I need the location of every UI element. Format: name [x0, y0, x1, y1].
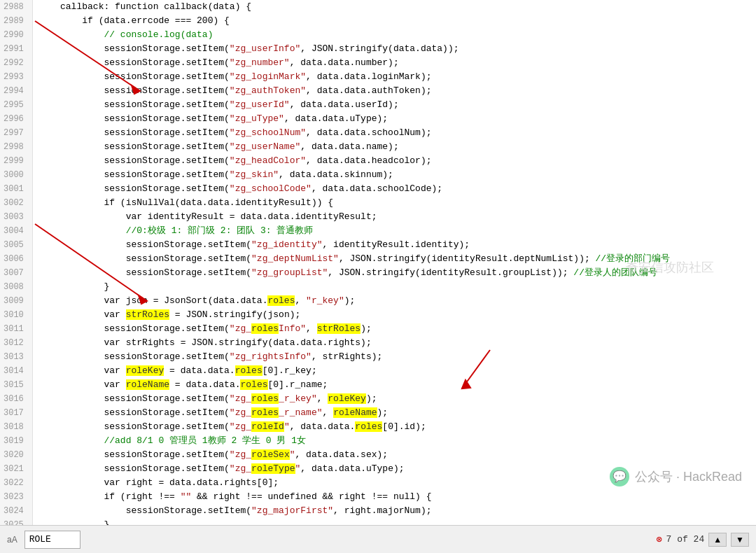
line-number: 2996	[0, 112, 33, 126]
search-input[interactable]	[29, 534, 71, 545]
line-number: 3001	[0, 182, 33, 196]
line-content: sessionStorage.setItem("zg_rightsInfo", …	[33, 350, 756, 364]
code-line: 3014 var roleKey = data.data.roles[0].r_…	[0, 364, 756, 378]
line-number: 2992	[0, 56, 33, 70]
line-content: sessionStorage.setItem("zg_identity", id…	[33, 238, 756, 252]
code-line: 3010 var strRoles = JSON.stringify(json)…	[0, 308, 756, 322]
code-line: 3004 //0:校级 1: 部门级 2: 团队 3: 普通教师	[0, 224, 756, 238]
line-number: 3007	[0, 266, 33, 280]
code-line: 3024 sessionStorage.setItem("zg_majorFir…	[0, 504, 756, 518]
line-content: // console.log(data)	[33, 28, 756, 42]
search-box[interactable]	[24, 531, 80, 549]
nav-down-button[interactable]: ▼	[731, 533, 749, 547]
line-content: var strRights = JSON.stringify(data.data…	[33, 336, 756, 350]
line-number: 3017	[0, 406, 33, 420]
line-number: 3003	[0, 210, 33, 224]
line-content: sessionStorage.setItem("zg_roles_r_name"…	[33, 406, 756, 420]
code-line: 3008 }	[0, 280, 756, 294]
line-number: 3018	[0, 420, 33, 434]
line-content: sessionStorage.setItem("zg_majorFirst", …	[33, 504, 756, 518]
code-line: 2995 sessionStorage.setItem("zg_userId",…	[0, 98, 756, 112]
watermark: 奇安信攻防社区	[626, 259, 714, 276]
line-content: sessionStorage.setItem("zg_roleSex", dat…	[33, 448, 756, 462]
line-content: var roleKey = data.data.roles[0].r_key;	[33, 364, 756, 378]
line-number: 2988	[0, 0, 33, 14]
line-content: sessionStorage.setItem("zg_authToken", d…	[33, 84, 756, 98]
nav-up-button[interactable]: ▲	[708, 533, 727, 547]
code-line: 2988 callback: function callback(data) {	[0, 0, 756, 14]
line-number: 3019	[0, 434, 33, 448]
code-line: 2993 sessionStorage.setItem("zg_loginMar…	[0, 70, 756, 84]
line-content: callback: function callback(data) {	[33, 0, 756, 14]
line-number: 3014	[0, 364, 33, 378]
code-line: 2989 if (data.errcode === 200) {	[0, 14, 756, 28]
line-number: 3024	[0, 504, 33, 518]
code-container: 2988 callback: function callback(data) {…	[0, 0, 756, 525]
code-line: 3009 var json = JsonSort(data.data.roles…	[0, 294, 756, 308]
code-line: 2998 sessionStorage.setItem("zg_userName…	[0, 140, 756, 154]
code-line: 3020 sessionStorage.setItem("zg_roleSex"…	[0, 448, 756, 462]
line-number: 2998	[0, 140, 33, 154]
line-number: 2999	[0, 154, 33, 168]
line-content: var roleName = data.data.roles[0].r_name…	[33, 378, 756, 392]
line-number: 3008	[0, 280, 33, 294]
line-content: sessionStorage.setItem("zg_schoolCode", …	[33, 182, 756, 196]
code-line: 2999 sessionStorage.setItem("zg_headColo…	[0, 154, 756, 168]
line-content: }	[33, 518, 756, 525]
code-line: 2994 sessionStorage.setItem("zg_authToke…	[0, 84, 756, 98]
result-count: 7 of 24	[666, 534, 705, 545]
code-line: 2991 sessionStorage.setItem("zg_userInfo…	[0, 42, 756, 56]
code-line: 3012 var strRights = JSON.stringify(data…	[0, 336, 756, 350]
line-number: 3002	[0, 196, 33, 210]
line-number: 3005	[0, 238, 33, 252]
status-bar: aA ⊗ 7 of 24 ▲ ▼	[0, 525, 756, 553]
code-line: 3011 sessionStorage.setItem("zg_rolesInf…	[0, 322, 756, 336]
line-number: 2995	[0, 98, 33, 112]
line-number: 3016	[0, 392, 33, 406]
line-content: if (isNullVal(data.data.identityResult))…	[33, 196, 756, 210]
line-number: 3009	[0, 294, 33, 308]
line-number: 2991	[0, 42, 33, 56]
line-number: 3021	[0, 462, 33, 476]
line-content: sessionStorage.setItem("zg_loginMark", d…	[33, 70, 756, 84]
code-line: 3019 //add 8/1 0 管理员 1教师 2 学生 0 男 1女	[0, 434, 756, 448]
code-line: 3016 sessionStorage.setItem("zg_roles_r_…	[0, 392, 756, 406]
warning-icon: ⊗	[656, 533, 662, 545]
line-content: sessionStorage.setItem("zg_rolesInfo", s…	[33, 322, 756, 336]
line-number: 3010	[0, 308, 33, 322]
line-number: 3013	[0, 350, 33, 364]
code-line: 3000 sessionStorage.setItem("zg_skin", d…	[0, 168, 756, 182]
status-right: ⊗ 7 of 24 ▲ ▼	[656, 533, 749, 547]
line-content: var identityResult = data.data.identityR…	[33, 210, 756, 224]
line-number: 3004	[0, 224, 33, 238]
wechat-watermark: 💬 公众号 · HackRead	[610, 467, 742, 486]
line-number: 3022	[0, 476, 33, 490]
code-line: 3002 if (isNullVal(data.data.identityRes…	[0, 196, 756, 210]
line-content: sessionStorage.setItem("zg_number", data…	[33, 56, 756, 70]
code-line: 2996 sessionStorage.setItem("zg_uType", …	[0, 112, 756, 126]
line-content: sessionStorage.setItem("zg_roles_r_key",…	[33, 392, 756, 406]
code-line: 2992 sessionStorage.setItem("zg_number",…	[0, 56, 756, 70]
code-line: 3003 var identityResult = data.data.iden…	[0, 210, 756, 224]
line-number: 2990	[0, 28, 33, 42]
line-content: sessionStorage.setItem("zg_userInfo", JS…	[33, 42, 756, 56]
code-line: 3013 sessionStorage.setItem("zg_rightsIn…	[0, 350, 756, 364]
line-content: //add 8/1 0 管理员 1教师 2 学生 0 男 1女	[33, 434, 756, 448]
code-line: 2990 // console.log(data)	[0, 28, 756, 42]
line-number: 3006	[0, 252, 33, 266]
case-sensitive-icon[interactable]: aA	[7, 535, 18, 545]
line-number: 3000	[0, 168, 33, 182]
line-content: sessionStorage.setItem("zg_skin", data.d…	[33, 168, 756, 182]
line-content: sessionStorage.setItem("zg_headColor", d…	[33, 154, 756, 168]
line-content: var strRoles = JSON.stringify(json);	[33, 308, 756, 322]
line-content: if (data.errcode === 200) {	[33, 14, 756, 28]
wechat-icon: 💬	[610, 467, 629, 486]
code-line: 2997 sessionStorage.setItem("zg_schoolNu…	[0, 126, 756, 140]
line-content: //0:校级 1: 部门级 2: 团队 3: 普通教师	[33, 224, 756, 238]
code-line: 3001 sessionStorage.setItem("zg_schoolCo…	[0, 182, 756, 196]
line-content: var json = JsonSort(data.data.roles, "r_…	[33, 294, 756, 308]
line-content: }	[33, 280, 756, 294]
status-left: aA	[7, 531, 80, 549]
line-number: 3015	[0, 378, 33, 392]
line-number: 2994	[0, 84, 33, 98]
